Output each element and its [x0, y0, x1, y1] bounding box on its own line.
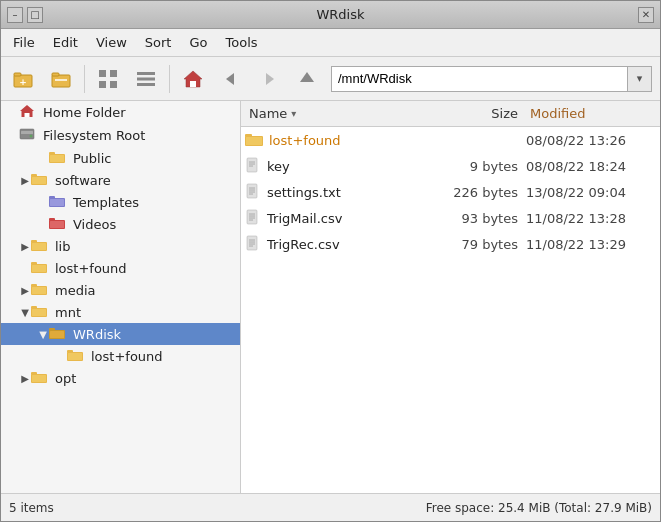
folder-mnt-icon	[31, 304, 47, 320]
main-area: Home Folder Filesystem Root	[1, 101, 660, 493]
sidebar-item-mnt[interactable]: ▼ mnt	[1, 301, 240, 323]
table-row[interactable]: settings.txt 226 bytes 13/08/22 09:04	[241, 179, 660, 205]
menu-file[interactable]: File	[5, 32, 43, 53]
sidebar-item-videos[interactable]: Videos	[1, 213, 240, 235]
statusbar: 5 items Free space: 25.4 MiB (Total: 27.…	[1, 493, 660, 521]
forward-button[interactable]	[251, 61, 287, 97]
expander-lib[interactable]: ▶	[19, 241, 31, 252]
file-modified: 11/08/22 13:29	[526, 237, 656, 252]
file-modified: 08/08/22 13:26	[526, 133, 656, 148]
close-button[interactable]: ✕	[638, 7, 654, 23]
file-size: 226 bytes	[446, 185, 526, 200]
svg-rect-6	[110, 70, 117, 77]
sidebar-item-wrdisk[interactable]: ▼ WRdisk	[1, 323, 240, 345]
sidebar-item-home[interactable]: Home Folder	[1, 101, 240, 124]
file-modified: 08/08/22 18:24	[526, 159, 656, 174]
sidebar-item-filesystem[interactable]: Filesystem Root	[1, 124, 240, 147]
file-name: lost+found	[269, 133, 446, 148]
sidebar-templates-label: Templates	[73, 195, 139, 210]
menu-tools[interactable]: Tools	[218, 32, 266, 53]
file-row-icon	[245, 183, 261, 202]
icon-view-button[interactable]	[90, 61, 126, 97]
svg-rect-41	[31, 284, 37, 287]
menu-edit[interactable]: Edit	[45, 32, 86, 53]
svg-rect-57	[246, 137, 262, 145]
table-row[interactable]: TrigMail.csv 93 bytes 11/08/22 13:28	[241, 205, 660, 231]
svg-rect-50	[67, 350, 73, 353]
new-folder-button[interactable]: +	[5, 61, 41, 97]
sidebar-opt-label: opt	[55, 371, 76, 386]
toolbar: +	[1, 57, 660, 101]
svg-rect-10	[137, 77, 155, 80]
svg-rect-1	[14, 73, 21, 76]
address-input[interactable]	[331, 66, 628, 92]
back-icon	[220, 68, 242, 90]
sidebar-item-opt[interactable]: ▶ opt	[1, 367, 240, 389]
col-header-modified[interactable]: Modified	[526, 106, 656, 121]
table-row[interactable]: TrigRec.csv 79 bytes 11/08/22 13:29	[241, 231, 660, 257]
window-title: WRdisk	[43, 7, 638, 22]
list-view-button[interactable]	[128, 61, 164, 97]
svg-rect-30	[50, 199, 64, 206]
list-view-icon	[135, 68, 157, 90]
expander-media[interactable]: ▶	[19, 285, 31, 296]
expander-mnt[interactable]: ▼	[19, 307, 31, 318]
up-button[interactable]	[289, 61, 325, 97]
menu-go[interactable]: Go	[181, 32, 215, 53]
back-button[interactable]	[213, 61, 249, 97]
svg-rect-62	[247, 184, 257, 198]
sidebar-item-software[interactable]: ▶ software	[1, 169, 240, 191]
expander-opt[interactable]: ▶	[19, 373, 31, 384]
folder-opt-icon	[31, 370, 47, 386]
expander-wrdisk[interactable]: ▼	[37, 329, 49, 340]
sidebar-item-lostfound[interactable]: lost+found	[1, 257, 240, 279]
file-name: key	[267, 159, 446, 174]
address-dropdown-button[interactable]: ▾	[628, 66, 652, 92]
sidebar-item-public[interactable]: Public	[1, 147, 240, 169]
sidebar-videos-label: Videos	[73, 217, 116, 232]
svg-rect-42	[32, 287, 46, 294]
maximize-button[interactable]: □	[27, 7, 43, 23]
svg-rect-11	[137, 83, 155, 86]
col-header-name[interactable]: Name ▾	[245, 106, 446, 121]
svg-rect-3	[52, 75, 70, 87]
col-header-size[interactable]: Size	[446, 106, 526, 121]
home-nav-icon	[182, 68, 204, 90]
table-row[interactable]: lost+found 08/08/22 13:26	[241, 127, 660, 153]
sidebar-home-label: Home Folder	[43, 105, 126, 120]
home-button[interactable]	[175, 61, 211, 97]
svg-rect-36	[32, 243, 46, 250]
file-modified: 13/08/22 09:04	[526, 185, 656, 200]
icon-view-icon	[97, 68, 119, 90]
folder-wrdisk-lf-icon	[67, 348, 83, 364]
svg-rect-24	[50, 155, 64, 162]
svg-rect-32	[49, 218, 55, 221]
folder-wrdisk-icon	[49, 326, 65, 342]
forward-icon	[258, 68, 280, 90]
close-controls: ✕	[638, 7, 654, 23]
sidebar-item-templates[interactable]: Templates	[1, 191, 240, 213]
menubar: File Edit View Sort Go Tools	[1, 29, 660, 57]
expander-software[interactable]: ▶	[19, 175, 31, 186]
file-list-header: Name ▾ Size Modified	[241, 101, 660, 127]
open-button[interactable]	[43, 61, 79, 97]
menu-view[interactable]: View	[88, 32, 135, 53]
minimize-button[interactable]: –	[7, 7, 23, 23]
home-icon	[19, 104, 35, 121]
svg-rect-56	[245, 134, 252, 137]
sidebar-item-wrdisk-lostfound[interactable]: lost+found	[1, 345, 240, 367]
open-icon	[50, 68, 72, 90]
sidebar-item-lib[interactable]: ▶ lib	[1, 235, 240, 257]
table-row[interactable]: key 9 bytes 08/08/22 18:24	[241, 153, 660, 179]
file-row-icon	[245, 157, 261, 176]
sidebar-item-media[interactable]: ▶ media	[1, 279, 240, 301]
svg-rect-5	[99, 70, 106, 77]
svg-marker-15	[266, 73, 274, 85]
menu-sort[interactable]: Sort	[137, 32, 180, 53]
svg-rect-13	[190, 81, 196, 87]
svg-marker-16	[300, 72, 314, 82]
svg-rect-23	[49, 152, 55, 155]
svg-rect-8	[110, 81, 117, 88]
folder-media-icon	[31, 282, 47, 298]
folder-videos-icon	[49, 216, 65, 232]
